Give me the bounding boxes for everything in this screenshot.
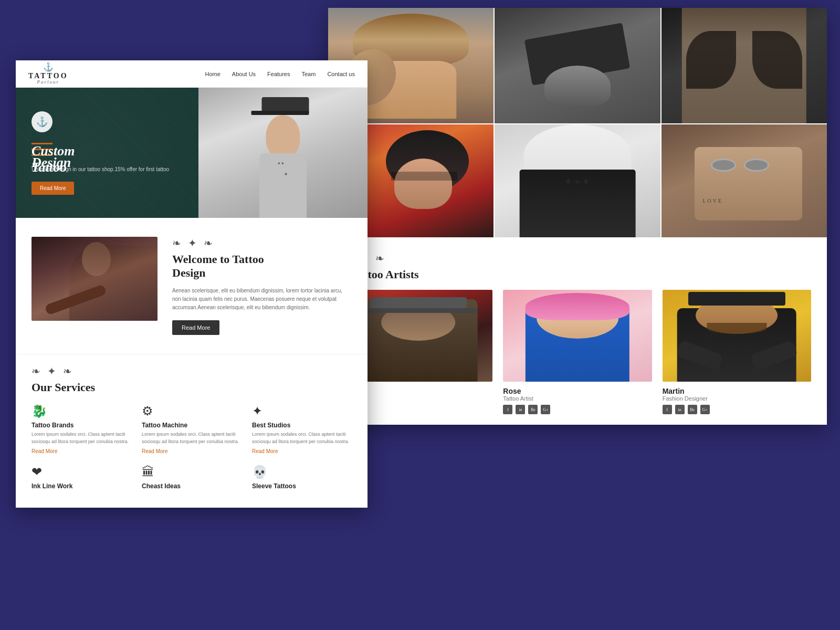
beard	[707, 323, 766, 334]
hero-anchor-icon: ⚓	[32, 111, 52, 132]
service-ink-line: ❤ Ink Line Work	[32, 465, 131, 492]
photo-cell-6: LOVE	[662, 124, 827, 237]
martin-behance-icon[interactable]: Be	[688, 405, 697, 414]
services-title-area: ❧ ✦ ❧ Our Services	[32, 365, 352, 394]
service-icon-studios: ✦	[252, 404, 352, 418]
artist-card-rose: Rose Tattoo Artist f in Be G+	[503, 290, 652, 414]
nav-about[interactable]: About Us	[232, 71, 256, 77]
nav-home[interactable]: Home	[205, 71, 220, 77]
head-shape	[266, 115, 300, 157]
site-header: ⚓ TATTOO Parlour Home About Us Features …	[16, 60, 368, 88]
service-icon-machine: ⚙	[142, 404, 242, 418]
martin-name: Martin	[663, 387, 811, 395]
finger-text: LOVE	[702, 198, 723, 204]
martin-title: Fashion Designer	[663, 395, 811, 402]
about-title: Welcome to Tattoo Design	[172, 253, 352, 280]
martin-instagram-icon[interactable]: in	[675, 405, 685, 414]
service-name-brands: Tattoo Brands	[32, 422, 131, 429]
hero-title: Custom Tattoo Design	[32, 139, 194, 160]
tattoo-mark1: ✦✦	[277, 161, 285, 166]
service-icon-ink: ❤	[32, 465, 131, 479]
rose-gplus-icon[interactable]: G+	[541, 405, 550, 414]
service-best-studios: ✦ Best Studios Lorem ipsum sodales orci.…	[252, 404, 352, 454]
glasses	[391, 172, 457, 181]
hero-title-line1: Custom Tattoo	[32, 143, 52, 144]
nav-team[interactable]: Team	[302, 71, 316, 77]
photo-grid: ✦❧✦ LOVE	[328, 8, 827, 236]
tattoo-pattern: ✦❧✦	[564, 175, 591, 188]
services-grid: 🐉 Tattoo Brands Lorem ipsum sodales orci…	[32, 404, 352, 492]
right-panel: ✦❧✦ LOVE ❧ ✦ ❧ r Tattoo Artists	[328, 8, 827, 425]
hero-section: ⚓ Custom Tattoo Design Unlimited Design …	[16, 88, 368, 218]
face-shape	[394, 159, 452, 209]
service-name-studios: Best Studios	[252, 422, 352, 429]
ring2	[744, 159, 769, 172]
rose-facebook-icon[interactable]: f	[503, 405, 512, 414]
service-tattoo-machine: ⚙ Tattoo Machine Lorem ipsum sodales orc…	[142, 404, 242, 454]
hero-content: ⚓ Custom Tattoo Design Unlimited Design …	[16, 88, 209, 218]
about-body: Aenean scelerisque, elit eu bibendum dig…	[172, 287, 352, 312]
about-text: ❧ ✦ ❧ Welcome to Tattoo Design Aenean sc…	[172, 237, 352, 335]
service-read-more-studios[interactable]: Read More	[252, 448, 352, 454]
logo: ⚓ TATTOO Parlour	[28, 63, 68, 85]
services-ornament: ❧ ✦ ❧	[32, 365, 352, 377]
photo-cell-5: ✦❧✦	[495, 124, 660, 237]
service-read-more-brands[interactable]: Read More	[32, 448, 131, 454]
hero-subtitle: Unlimited Design in our tattoo shop.15% …	[32, 165, 194, 173]
service-icon-sleeve: 💀	[252, 465, 352, 479]
rose-instagram-icon[interactable]: in	[516, 405, 525, 414]
service-name-cheast: Cheast Ideas	[142, 482, 242, 490]
hero-cta-button[interactable]: Read More	[32, 182, 74, 195]
hero-title-line2: Design	[32, 154, 52, 156]
photo-cell-2	[495, 8, 660, 123]
service-desc-brands: Lorem ipsum sodales orci. Class aptent t…	[32, 431, 131, 445]
service-desc-studios: Lorem ipsum sodales orci. Class aptent t…	[252, 431, 352, 445]
nav-contact[interactable]: Contact us	[327, 71, 355, 77]
wing-left	[686, 31, 736, 89]
services-title: Our Services	[32, 381, 352, 394]
artist-photo-martin	[663, 290, 811, 382]
about-image	[32, 237, 158, 321]
rose-name: Rose	[503, 387, 652, 395]
photo-cell-3	[662, 8, 827, 123]
service-name-ink: Ink Line Work	[32, 482, 131, 490]
hero-image: ✦✦ ★	[198, 88, 368, 218]
service-icon-cheast: 🏛	[142, 465, 242, 479]
martin-facebook-icon[interactable]: f	[663, 405, 672, 414]
artist-photo-rose	[503, 290, 652, 382]
artists-section: ❧ ✦ ❧ r Tattoo Artists	[328, 236, 827, 425]
main-nav: Home About Us Features Team Contact us	[205, 71, 355, 77]
service-desc-machine: Lorem ipsum sodales orci. Class aptent t…	[142, 431, 242, 445]
service-cheast: 🏛 Cheast Ideas	[142, 465, 242, 492]
rose-social: f in Be G+	[503, 405, 652, 414]
martin-hat	[688, 292, 785, 306]
artist-card-martin: Martin Fashion Designer f in Be G+	[663, 290, 811, 414]
about-ornament: ❧ ✦ ❧	[172, 237, 352, 249]
hat-brim	[251, 111, 309, 115]
pink-hair	[526, 293, 629, 321]
figure-head	[82, 242, 111, 276]
service-icon-brands: 🐉	[32, 404, 131, 418]
ring1	[711, 159, 736, 172]
logo-title: TATTOO	[28, 72, 68, 80]
artists-grid: Rose Tattoo Artist f in Be G+	[344, 290, 811, 414]
services-section: ❧ ✦ ❧ Our Services 🐉 Tattoo Brands Lorem…	[16, 354, 368, 508]
about-read-more-button[interactable]: Read More	[172, 320, 219, 335]
service-name-machine: Tattoo Machine	[142, 422, 242, 429]
logo-subtitle: Parlour	[37, 80, 60, 85]
service-read-more-machine[interactable]: Read More	[142, 448, 242, 454]
rose-behance-icon[interactable]: Be	[528, 405, 538, 414]
service-sleeve: 💀 Sleeve Tattoos	[252, 465, 352, 492]
hand-shape	[544, 66, 611, 106]
artists-title: r Tattoo Artists	[344, 268, 811, 281]
artists-ornament: ❧ ✦ ❧	[344, 252, 811, 265]
main-website-mockup: ⚓ TATTOO Parlour Home About Us Features …	[16, 60, 368, 508]
nav-features[interactable]: Features	[267, 71, 290, 77]
martin-gplus-icon[interactable]: G+	[700, 405, 710, 414]
service-tattoo-brands: 🐉 Tattoo Brands Lorem ipsum sodales orci…	[32, 404, 131, 454]
service-name-sleeve: Sleeve Tattoos	[252, 482, 352, 490]
hand-close	[695, 147, 802, 220]
rose-title: Tattoo Artist	[503, 395, 652, 402]
logo-anchor-icon: ⚓	[43, 63, 54, 71]
tattoo-mark2: ★	[284, 172, 288, 176]
